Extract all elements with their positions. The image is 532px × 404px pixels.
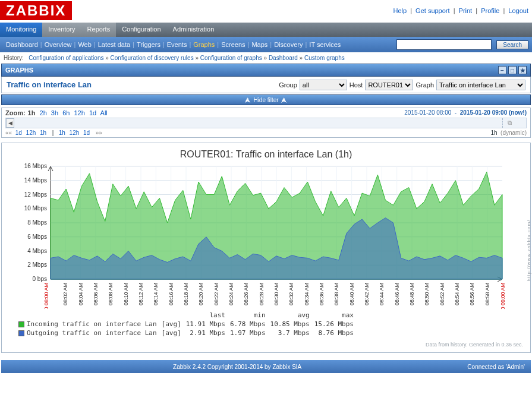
svg-text:08:12 AM: 08:12 AM: [138, 283, 144, 305]
svg-text:08:32 AM: 08:32 AM: [288, 283, 294, 305]
subnav-item-web[interactable]: Web: [75, 41, 93, 48]
chart-footnote: Data from history. Generated in 0.36 sec…: [9, 342, 523, 348]
area-chart: 0 bps2 Mbps4 Mbps6 Mbps8 Mbps10 Mbps12 M…: [9, 163, 514, 309]
svg-text:08:42 AM: 08:42 AM: [364, 283, 370, 305]
crumb-link[interactable]: Configuration of discovery rules: [111, 55, 194, 61]
time-back-link[interactable]: 1d: [15, 130, 22, 136]
crumb-link[interactable]: Dashboard: [269, 55, 298, 61]
subnav-item-triggers[interactable]: Triggers: [134, 41, 163, 48]
svg-text:08:54 AM: 08:54 AM: [454, 283, 460, 305]
breadcrumb: History: Configuration of applications »…: [0, 52, 532, 64]
timeline-dynamic-icon[interactable]: ⧉: [502, 118, 517, 128]
zoom-opt[interactable]: 3h: [51, 109, 58, 116]
zoom-opt[interactable]: 1d: [89, 109, 96, 116]
svg-text:08:28 AM: 08:28 AM: [259, 283, 265, 305]
nav-tab-inventory[interactable]: Inventory: [42, 23, 81, 37]
fullscreen-icon[interactable]: □: [508, 66, 517, 74]
zoom-opt[interactable]: 12h: [74, 109, 84, 116]
top-link-logout[interactable]: Logout: [508, 7, 528, 14]
time-back-link[interactable]: 12h: [26, 130, 36, 136]
subnav-item-overview[interactable]: Overview: [42, 41, 74, 48]
crumb-link[interactable]: Configuration of applications: [29, 55, 103, 61]
svg-text:08:34 AM: 08:34 AM: [304, 283, 310, 305]
svg-text:08:22 AM: 08:22 AM: [213, 283, 219, 305]
graph-label: Graph: [415, 81, 434, 89]
svg-text:08:40 AM: 08:40 AM: [349, 283, 355, 305]
footer-status: Connected as 'Admin': [467, 364, 525, 370]
svg-text:08:38 AM: 08:38 AM: [333, 283, 339, 305]
group-select[interactable]: all: [300, 80, 347, 90]
subnav-item-screens[interactable]: Screens: [219, 41, 247, 48]
graph-select[interactable]: Traffic on interface Lan: [436, 80, 525, 90]
time-back-link[interactable]: 1h: [40, 130, 46, 136]
svg-text:16 Mbps: 16 Mbps: [24, 163, 47, 169]
svg-text:08:56 AM: 08:56 AM: [469, 283, 475, 305]
top-link-print[interactable]: Print: [459, 7, 473, 14]
top-link-get support[interactable]: Get support: [415, 7, 449, 14]
time-fwd-link[interactable]: 1d: [83, 130, 90, 136]
sub-nav: Dashboard|Overview|Web|Latest data|Trigg…: [0, 37, 532, 52]
graph-name-heading: Traffic on interface Lan: [7, 80, 92, 89]
svg-text:08:30 AM: 08:30 AM: [273, 283, 279, 305]
dynamic-label: (dynamic): [500, 130, 527, 136]
subnav-item-dashboard[interactable]: Dashboard: [4, 41, 40, 48]
svg-text:08:08 AM: 08:08 AM: [108, 283, 114, 305]
minimize-icon[interactable]: −: [498, 66, 506, 74]
zoom-opt[interactable]: All: [100, 109, 108, 116]
svg-text:4 Mbps: 4 Mbps: [27, 248, 47, 254]
svg-text:08:52 AM: 08:52 AM: [439, 283, 445, 305]
footer-bar: Zabbix 2.4.2 Copyright 2001-2014 by Zabb…: [1, 360, 531, 373]
svg-text:08:26 AM: 08:26 AM: [243, 283, 249, 305]
host-select[interactable]: ROUTER01: [365, 80, 413, 90]
footer-copyright: Zabbix 2.4.2 Copyright 2001-2014 by Zabb…: [173, 364, 301, 370]
svg-text:08:24 AM: 08:24 AM: [228, 283, 234, 305]
subnav-item-maps[interactable]: Maps: [249, 41, 270, 48]
subnav-item-discovery[interactable]: Discovery: [272, 41, 305, 48]
svg-text:10 Mbps: 10 Mbps: [24, 205, 47, 212]
time-fwd-link[interactable]: 1h: [59, 130, 65, 136]
subnav-item-events[interactable]: Events: [165, 41, 190, 48]
search-button[interactable]: Search: [496, 40, 528, 49]
timeline-scroll-left-icon[interactable]: ◀: [6, 118, 14, 128]
svg-text:01/20 09:00 AM: 01/20 09:00 AM: [500, 283, 506, 309]
time-range: 2015-01-20 08:00 - 2015-01-20 09:00 (now…: [404, 109, 527, 116]
page-title-bar: GRAPHS − □ ★: [1, 64, 531, 77]
top-link-help[interactable]: Help: [393, 7, 407, 14]
zoom-opt[interactable]: 2h: [40, 109, 47, 116]
svg-text:08:36 AM: 08:36 AM: [319, 283, 325, 305]
toggle-filter-button[interactable]: ⮝ Hide filter ⮝: [1, 94, 531, 105]
timeline-scrollbar[interactable]: ◀ ⧉: [5, 118, 527, 128]
main-nav: MonitoringInventoryReportsConfigurationA…: [0, 23, 532, 37]
svg-text:14 Mbps: 14 Mbps: [24, 177, 47, 184]
zoom-links: Zoom:1h 2h 3h 6h 12h 1d All: [5, 109, 110, 116]
time-selector: Zoom:1h 2h 3h 6h 12h 1d All 2015-01-20 0…: [1, 108, 531, 138]
subnav-item-graphs[interactable]: Graphs: [191, 41, 217, 48]
page-title: GRAPHS: [5, 67, 33, 74]
svg-text:2 Mbps: 2 Mbps: [27, 261, 47, 268]
svg-text:8 Mbps: 8 Mbps: [27, 219, 47, 226]
nav-tab-administration[interactable]: Administration: [167, 23, 221, 37]
time-fwd-link[interactable]: 12h: [70, 130, 80, 136]
zoom-opt[interactable]: 6h: [62, 109, 70, 116]
top-link-profile[interactable]: Profile: [481, 7, 499, 14]
nav-tab-reports[interactable]: Reports: [81, 23, 117, 37]
crumb-link[interactable]: Configuration of graphs: [200, 55, 262, 61]
svg-text:6 Mbps: 6 Mbps: [27, 233, 47, 240]
search-input[interactable]: [396, 39, 492, 50]
svg-text:01/20 08:00 AM: 01/20 08:00 AM: [43, 283, 49, 309]
nav-tab-monitoring[interactable]: Monitoring: [0, 23, 42, 37]
app-logo: ZABBIX: [0, 1, 72, 20]
subnav-item-latest data[interactable]: Latest data: [96, 41, 133, 48]
zoom-opt-active: 1h: [28, 109, 36, 116]
crumb-link[interactable]: Custom graphs: [304, 55, 345, 61]
chart-legend: lastminavgmax Incoming traffic on interf…: [17, 310, 358, 338]
svg-text:0 bps: 0 bps: [33, 276, 47, 282]
chart-watermark: http://www.zabbix.com/: [527, 220, 532, 282]
top-bar: ZABBIX Help | Get support | Print | Prof…: [0, 0, 532, 23]
svg-text:08:20 AM: 08:20 AM: [198, 283, 204, 305]
star-icon[interactable]: ★: [518, 66, 527, 74]
host-label: Host: [350, 81, 363, 89]
subnav-item-it services[interactable]: IT services: [307, 41, 343, 48]
nav-tab-configuration[interactable]: Configuration: [116, 23, 166, 37]
history-label: History:: [4, 55, 24, 61]
